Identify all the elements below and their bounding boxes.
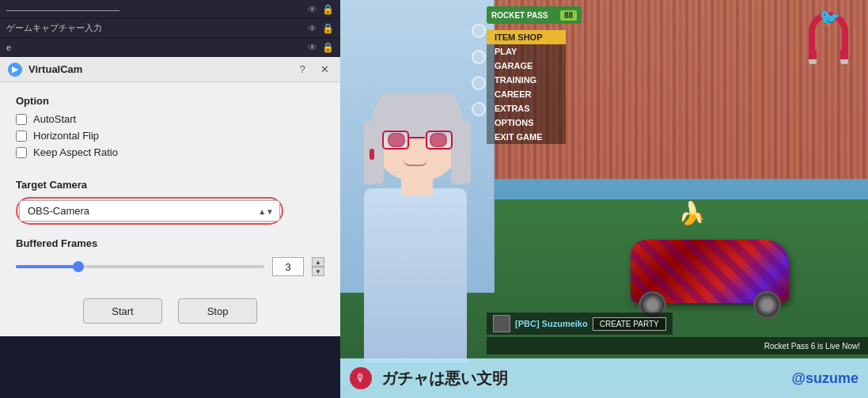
virtualcam-icon: ▶ — [8, 63, 22, 77]
deco-circle-1 — [472, 24, 486, 38]
lock-icon-3[interactable]: 🔒 — [321, 42, 334, 53]
bottom-buttons: Start Stop — [0, 289, 340, 336]
eye-icon-2[interactable]: 👁 — [306, 23, 319, 34]
dialog-body: Option AutoStart Horizontal Flip Keep As… — [0, 82, 340, 289]
anime-character — [340, 93, 495, 362]
buffered-frames-section: Buffered Frames 3 ▲ ▼ — [16, 237, 324, 276]
virtual-cam-dialog: ▶ VirtualCam ? ✕ Option AutoStart Horizo… — [0, 57, 340, 336]
horizontal-flip-row: Horizontal Flip — [16, 130, 324, 142]
keep-aspect-label: Keep Aspect Ratio — [33, 146, 118, 158]
source-icons-1: 👁 🔒 — [306, 4, 334, 15]
close-button[interactable]: ✕ — [316, 62, 332, 78]
source-row-2: ゲームキャプチャー入力 👁 🔒 — [0, 19, 340, 38]
slider-thumb[interactable] — [73, 261, 84, 272]
slider-fill — [16, 265, 78, 268]
camera-dropdown-wrapper: OBS-Camera ▲▼ — [16, 197, 283, 225]
start-button[interactable]: Start — [83, 298, 162, 324]
char-earring-left — [370, 149, 374, 160]
horizontal-flip-checkbox[interactable] — [16, 131, 27, 142]
source-row-3: e 👁 🔒 — [0, 38, 340, 57]
spinner-down-button[interactable]: ▼ — [312, 267, 324, 276]
source-icons-3: 👁 🔒 — [306, 42, 334, 53]
source-name-3: e — [6, 43, 306, 52]
keep-aspect-checkbox[interactable] — [16, 147, 27, 158]
left-column: ————————————— 👁 🔒 ゲームキャプチャー入力 👁 🔒 e 👁 🔒 — [0, 0, 340, 398]
slider-value: 3 — [272, 257, 304, 276]
lock-icon-1[interactable]: 🔒 — [321, 4, 334, 15]
lock-icon-2[interactable]: 🔒 — [321, 23, 334, 34]
autostart-label: AutoStart — [33, 113, 76, 125]
help-button[interactable]: ? — [294, 62, 310, 78]
camera-dropdown[interactable]: OBS-Camera — [19, 200, 280, 222]
slider-row: 3 ▲ ▼ — [16, 257, 324, 276]
keep-aspect-row: Keep Aspect Ratio — [16, 146, 324, 158]
autostart-checkbox[interactable] — [16, 114, 27, 125]
char-hair-right — [451, 121, 471, 184]
char-glasses-bridge — [409, 137, 425, 138]
dialog-titlebar: ▶ VirtualCam ? ✕ — [0, 57, 340, 82]
spinner-up-button[interactable]: ▲ — [312, 257, 324, 267]
source-icons-2: 👁 🔒 — [306, 23, 334, 34]
deco-circle-2 — [472, 50, 486, 64]
source-name-1: ————————————— — [6, 5, 306, 14]
option-label: Option — [16, 95, 324, 107]
main-layout: ————————————— 👁 🔒 ゲームキャプチャー入力 👁 🔒 e 👁 🔒 — [0, 0, 868, 398]
target-camera-section: Target Camera OBS-Camera ▲▼ — [16, 179, 324, 225]
buffered-frames-label: Buffered Frames — [16, 237, 324, 249]
game-view: ROCKET PASS 88 ITEM SHOP PLAY GARAGE TRA… — [340, 0, 868, 398]
eye-icon-1[interactable]: 👁 — [306, 4, 319, 15]
deco-circle-3 — [472, 76, 486, 90]
eye-icon-3[interactable]: 👁 — [306, 42, 319, 53]
option-section: Option AutoStart Horizontal Flip Keep As… — [16, 95, 324, 163]
horizontal-flip-label: Horizontal Flip — [33, 130, 99, 142]
dialog-title: VirtualCam — [28, 63, 288, 75]
stop-button[interactable]: Stop — [178, 298, 257, 324]
autostart-row: AutoStart — [16, 113, 324, 125]
obs-sources-panel: ————————————— 👁 🔒 ゲームキャプチャー入力 👁 🔒 e 👁 🔒 — [0, 0, 340, 57]
char-glasses-left — [382, 131, 409, 150]
char-glasses-right — [426, 131, 453, 150]
source-name-2: ゲームキャプチャー入力 — [6, 22, 306, 34]
char-shirt — [364, 188, 467, 362]
spinner-buttons: ▲ ▼ — [312, 257, 324, 276]
target-camera-label: Target Camera — [16, 179, 324, 191]
source-row-1: ————————————— 👁 🔒 — [0, 0, 340, 19]
slider-track[interactable] — [16, 265, 264, 268]
char-mouth — [404, 160, 427, 166]
char-head — [376, 93, 459, 180]
